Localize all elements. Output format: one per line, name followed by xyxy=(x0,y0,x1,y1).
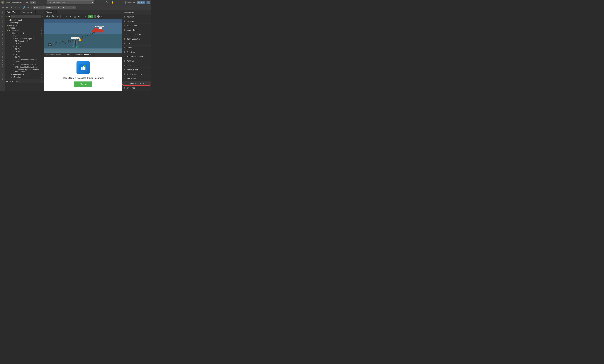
iconbar-btn-1[interactable]: ☰⊞ xyxy=(0,11,4,15)
iconbar-btn-13[interactable]: ⊕⊞ xyxy=(0,63,4,68)
right-menu-item-span-estimation[interactable]: ✛ Span Estimation xyxy=(122,37,151,41)
connection-profile-tab-close[interactable]: × xyxy=(62,54,62,56)
import-button[interactable]: Import ▼ xyxy=(44,6,55,9)
tree-item-oil-export-2[interactable]: ∿ 8" Oil Export to Navion Saga xyxy=(5,66,44,68)
iconbar-btn-12[interactable]: ⊕⊞ xyxy=(0,59,4,63)
iconbar-btn-6[interactable]: ⊕⊞ xyxy=(0,33,4,37)
tree-item-oil-export-1[interactable]: ∿ 8" Oil Export to Navion Saga xyxy=(5,63,44,66)
right-menu-item-connection-profile[interactable]: ✛ Connection Profile xyxy=(122,32,151,37)
tree-item-oil-10[interactable]: ∿ Oil #10 xyxy=(5,45,44,48)
vp-measure-btn[interactable]: Λ xyxy=(101,15,103,18)
iconbar-btn-2[interactable]: 👁⊞ xyxy=(0,15,4,19)
vp-camera[interactable]: 📷 xyxy=(73,15,77,18)
right-menu-item-viewport[interactable]: ✛ Viewport xyxy=(122,15,151,19)
iconbar-btn-14[interactable]: ⊕⊞ xyxy=(0,68,4,72)
tree-item-umbilical[interactable]: ▶ ▶ Umbilical ⊘ ✓ xyxy=(5,76,44,78)
tab-asset-library[interactable]: Asset Library × xyxy=(20,10,36,14)
tree-item-oil-7[interactable]: ∿ Oil #7 xyxy=(5,53,44,56)
refresh-button[interactable]: ↺ xyxy=(1,6,5,9)
iconbar-btn-16[interactable]: ⊕⊞ xyxy=(0,77,4,81)
properties-expand-btn-2[interactable]: ⊟ xyxy=(18,80,21,82)
vp-zoom-out[interactable]: 🔍- xyxy=(51,15,56,18)
right-menu-item-properties[interactable]: ✛ Properties xyxy=(122,19,151,24)
vp-play[interactable]: ▶ xyxy=(77,15,80,18)
tree-item-oil-prod-2[interactable]: ∿ Oil Production #2 xyxy=(5,40,44,42)
viewport-tab[interactable]: Viewport × xyxy=(44,11,57,14)
right-menu-item-well-assist[interactable]: ✛ Well Assist xyxy=(122,76,151,81)
right-menu-item-bentley-connector[interactable]: ✛ Bentley Connector xyxy=(122,72,151,76)
vp-2d-btn[interactable]: 2D xyxy=(82,15,87,18)
tree-item-assets[interactable]: ▶ ▶ Assets ⊘ ✓ xyxy=(5,27,44,29)
vp-render-mode-1[interactable] xyxy=(94,15,96,18)
copy-button[interactable]: ⧉ xyxy=(18,5,21,9)
lock-btn[interactable]: 🔒 xyxy=(110,0,114,4)
integration-dropdown[interactable]: Bentley Integration xyxy=(47,0,94,4)
tree-item-oil-6[interactable]: ∿ Oil #6 xyxy=(5,56,44,58)
tree-item-settings[interactable]: ⚙ Settings xyxy=(5,21,44,24)
vp-3d-btn[interactable]: 3D xyxy=(88,15,92,18)
iconbar-btn-7[interactable]: ⊕⊞ xyxy=(0,37,4,41)
search-input[interactable] xyxy=(11,15,41,18)
futureon-connector-tab-close[interactable]: × xyxy=(92,54,93,56)
view-links-button[interactable]: View links xyxy=(126,1,136,4)
tree-folder-btn[interactable]: 📁 xyxy=(8,15,11,18)
iconbar-btn-15[interactable]: ⊕⊞ xyxy=(0,72,4,76)
viewport-tab-close[interactable]: × xyxy=(54,11,55,13)
sign-in-button[interactable]: Sign In xyxy=(74,81,92,87)
tree-item-uncategorized[interactable]: ▼ ▼ Uncategorized ⊘ ✓ xyxy=(5,32,44,35)
right-menu-item-project-view[interactable]: ✛ Project View xyxy=(122,24,151,28)
iconbar-btn-4[interactable]: ⊕⊞ xyxy=(0,24,4,28)
delete-button[interactable]: 🗑 xyxy=(9,6,13,9)
right-menu-item-crossings[interactable]: ✛ Crossings xyxy=(122,86,151,90)
user-avatar[interactable]: U xyxy=(147,0,150,4)
tree-item-catenary[interactable]: ∿ 8" Catenary pipe, Oil Export to Navion… xyxy=(5,68,44,73)
right-menu-item-xlsx-costing[interactable]: ✛ XLSX Costing xyxy=(122,90,151,91)
vp-zoom-in[interactable]: 🔍+ xyxy=(46,15,50,18)
panel-close-btn[interactable]: × xyxy=(42,11,44,13)
right-menu-item-entail[interactable]: ✛ Entail xyxy=(122,63,151,68)
tab-cost[interactable]: Cost × xyxy=(64,53,73,56)
right-menu-item-powerbi-test[interactable]: ✛ PowerBI Test xyxy=(122,68,151,72)
close-project-view-tab[interactable]: × xyxy=(17,11,18,13)
link-button[interactable]: 🔗 xyxy=(22,6,26,9)
right-menu-item-events[interactable]: ✛ Events xyxy=(122,46,151,50)
tree-item-recently-used[interactable]: ▶ ⊕ Recently Used ✓ xyxy=(5,19,44,21)
tab-futureon-connector[interactable]: FutureOn Connector × xyxy=(73,53,95,56)
user-count-button[interactable]: 1 ▼ xyxy=(30,1,36,4)
iconbar-btn-5[interactable]: ⊕⊞ xyxy=(0,28,4,32)
properties-close-btn[interactable]: × xyxy=(41,80,44,82)
close-asset-library-tab[interactable]: × xyxy=(33,11,34,13)
tree-item-oil[interactable]: ▼ ▼ Oil ⊘ ✓ xyxy=(5,35,44,37)
iconbar-btn-11[interactable]: ⊕⊞ xyxy=(0,55,4,59)
reload-button[interactable]: ↻ xyxy=(5,6,9,9)
right-menu-item-heat-loss-simulator[interactable]: ✛ Heat-loss simulator xyxy=(122,54,151,59)
layout-button[interactable]: Layout xyxy=(137,1,145,4)
vp-nav-up[interactable]: ⬆ xyxy=(62,15,64,18)
properties-tab[interactable]: Properties xyxy=(5,80,16,83)
tree-item-sleipner[interactable]: ∿ Sleipner A Loke Pipeline xyxy=(5,37,44,40)
cut-button[interactable]: ✂ xyxy=(14,6,17,9)
right-menu-item-futureon-connector[interactable]: ✛ FutureOn Connector xyxy=(122,81,151,86)
tab-connection-profile[interactable]: Connection Profile × xyxy=(44,53,64,56)
tree-item-connections[interactable]: ▼ ▼ Connections ⊘ ✓ xyxy=(5,29,44,32)
tree-item-oil-export-trenched[interactable]: ∿ 8" Oil Export to Navion Saga (trenched… xyxy=(5,58,44,63)
tree-expand-btn[interactable]: ⊞ xyxy=(6,15,8,18)
tree-item-oil-8[interactable]: ∿ Oil #8 xyxy=(5,50,44,53)
tree-item-oil-9[interactable]: ∿ Oil #9 xyxy=(5,48,44,50)
tools-button[interactable]: Tools ▼ xyxy=(66,6,76,9)
tools-icon-btn[interactable]: 🔧 xyxy=(105,0,109,4)
iconbar-btn-9[interactable]: ⊕⊞ xyxy=(0,46,4,50)
create-button[interactable]: Create ▼ xyxy=(33,6,44,9)
tab-project-view[interactable]: Project View × xyxy=(5,10,20,14)
vp-nav-down[interactable]: ⬇ xyxy=(65,15,68,18)
export-button[interactable]: Export ▼ xyxy=(55,6,66,9)
cost-tab-close[interactable]: × xyxy=(71,54,72,56)
tree-item-mooring[interactable]: ▶ ▶ Mooring line ⊘ ✓ xyxy=(5,73,44,76)
search-filter-btn[interactable]: ⊟ xyxy=(42,15,43,17)
vp-render-mode-2[interactable] xyxy=(97,15,100,18)
iconbar-btn-3[interactable]: ⊕⊞ xyxy=(0,19,4,24)
iconbar-btn-8[interactable]: ⊕⊞ xyxy=(0,41,4,46)
properties-expand-btn[interactable]: ⊡ xyxy=(16,80,18,82)
gear-button[interactable]: ⚙ xyxy=(25,1,28,4)
right-menu-item-asset-library[interactable]: ✛ Asset Library xyxy=(122,28,151,32)
